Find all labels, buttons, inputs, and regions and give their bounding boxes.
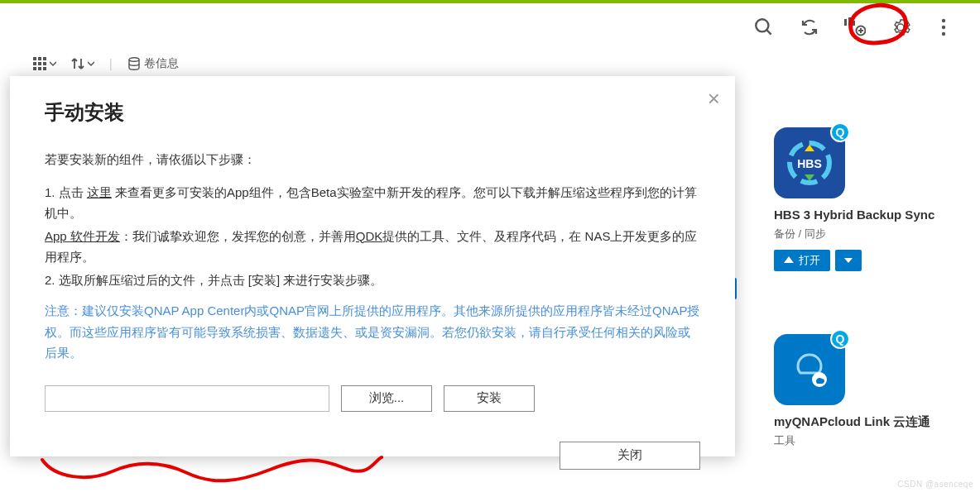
notice-label: 注意 <box>45 303 70 318</box>
appdev-mid: ：我们诚挚欢迎您，发挥您的创意，并善用 <box>120 229 356 243</box>
app-dev-link[interactable]: App 软件开发 <box>45 229 120 243</box>
svg-point-20 <box>129 58 139 61</box>
svg-rect-19 <box>43 67 46 70</box>
manual-install-icon[interactable] <box>844 17 866 37</box>
close-icon[interactable]: × <box>708 88 720 109</box>
svg-point-8 <box>942 19 945 22</box>
sort-toggle[interactable] <box>71 57 94 70</box>
svg-rect-11 <box>33 57 36 60</box>
app-category: 备份 / 同步 <box>774 227 973 241</box>
q-badge-icon: Q <box>830 329 850 349</box>
open-app-button[interactable]: 打开 <box>774 250 830 271</box>
svg-rect-12 <box>38 57 41 60</box>
top-toolbar <box>0 3 980 51</box>
svg-rect-13 <box>43 57 46 60</box>
step1-prefix: 1. 点击 <box>45 185 87 199</box>
app-title: myQNAPcloud Link 云连通 <box>774 413 973 430</box>
more-vert-icon[interactable] <box>935 17 952 37</box>
intro-text: 若要安装新的组件，请依循以下步骤： <box>45 149 700 170</box>
volume-info-label: 卷信息 <box>144 56 179 71</box>
close-button[interactable]: 关闭 <box>560 442 700 470</box>
step1-line: 1. 点击 这里 来查看更多可安装的App组件，包含Beta实验室中新开发的程序… <box>45 182 700 224</box>
page-content: n HBS Q HBS 3 Hybrid Backup Sync 备份 / 同步… <box>0 76 980 492</box>
svg-line-1 <box>766 30 771 34</box>
appdev-line: App 软件开发：我们诚挚欢迎您，发挥您的创意，并善用QDK提供的工具、文件、及… <box>45 226 700 268</box>
volume-info-button[interactable]: 卷信息 <box>127 56 179 71</box>
app-card-myqnapcloud: Q myQNAPcloud Link 云连通 工具 <box>774 334 973 448</box>
step2-text: 2. 选取所解压缩过后的文件，并点击 [安装] 来进行安装步骤。 <box>45 270 700 291</box>
manual-install-dialog: × 手动安装 若要安装新的组件，请依循以下步骤： 1. 点击 这里 来查看更多可… <box>10 76 735 456</box>
svg-point-0 <box>756 19 768 31</box>
svg-rect-16 <box>43 62 46 65</box>
myqnapcloud-app-icon[interactable]: Q <box>774 334 845 405</box>
file-input-row: 浏览... 安装 <box>45 385 700 412</box>
install-button[interactable]: 安装 <box>444 385 535 412</box>
q-badge-icon: Q <box>830 122 850 142</box>
dialog-body: 若要安装新的组件，请依循以下步骤： 1. 点击 这里 来查看更多可安装的App组… <box>45 149 700 470</box>
notice-body: ：建议仅安装QNAP App Center内或QNAP官网上所提供的应用程序。其… <box>45 303 699 360</box>
refresh-icon[interactable] <box>800 17 819 37</box>
svg-rect-2 <box>844 19 847 26</box>
svg-point-10 <box>942 32 945 36</box>
search-icon[interactable] <box>753 17 775 38</box>
sub-toolbar: | 卷信息 <box>0 51 980 76</box>
gear-icon[interactable] <box>891 17 910 37</box>
dialog-title: 手动安装 <box>45 99 700 126</box>
app-card-hbs: HBS Q HBS 3 Hybrid Backup Sync 备份 / 同步 打… <box>774 127 973 271</box>
svg-text:HBS: HBS <box>797 157 822 170</box>
watermark-text: CSDN @asenceqe <box>897 480 973 489</box>
hbs-app-icon[interactable]: HBS Q <box>774 127 845 198</box>
toolbar-divider: | <box>109 57 113 70</box>
notice-text: 注意：建议仅安装QNAP App Center内或QNAP官网上所提供的应用程序… <box>45 300 700 364</box>
svg-rect-3 <box>848 17 851 26</box>
qdk-link[interactable]: QDK <box>356 229 383 243</box>
grid-view-toggle[interactable] <box>33 57 56 70</box>
file-path-input[interactable] <box>45 385 329 412</box>
app-category: 工具 <box>774 433 973 448</box>
app-options-dropdown[interactable] <box>835 250 862 271</box>
svg-rect-4 <box>853 21 855 26</box>
svg-rect-15 <box>38 62 41 65</box>
step1-rest: 来查看更多可安装的App组件，包含Beta实验室中新开发的程序。您可以下载并解压… <box>45 185 697 221</box>
svg-point-9 <box>942 26 945 29</box>
here-link[interactable]: 这里 <box>87 185 112 199</box>
open-label: 打开 <box>799 253 820 268</box>
svg-rect-18 <box>38 67 41 70</box>
svg-rect-17 <box>33 67 36 70</box>
svg-rect-14 <box>33 62 36 65</box>
browse-button[interactable]: 浏览... <box>341 385 432 412</box>
app-title: HBS 3 Hybrid Backup Sync <box>774 207 973 223</box>
